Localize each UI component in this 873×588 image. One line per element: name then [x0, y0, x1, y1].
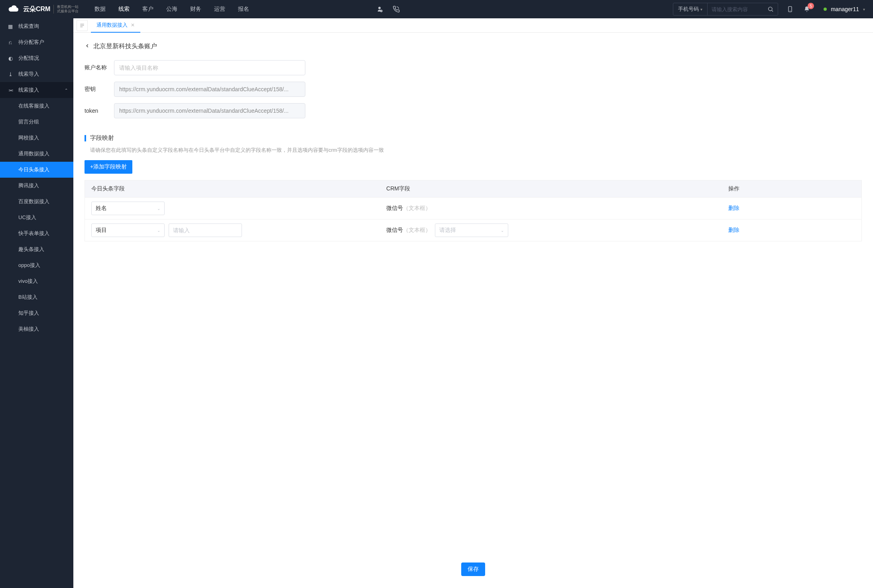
search-input[interactable]: [708, 6, 763, 12]
back-icon[interactable]: [85, 43, 90, 50]
nav-item[interactable]: 线索: [118, 6, 130, 13]
sidebar-item-label: 线索接入: [18, 86, 39, 94]
sidebar-item[interactable]: 美柚接入: [0, 321, 73, 337]
svg-rect-3: [788, 6, 792, 12]
logo[interactable]: 云朵CRM 教育机构一站式服务云平台: [8, 4, 79, 14]
sidebar-item[interactable]: vivo接入: [0, 273, 73, 289]
field-mapping-table: 今日头条字段 CRM字段 操作 姓名⌄微信号（文本框）删除项目⌄微信号（文本框）…: [85, 180, 862, 241]
toutiao-field-select[interactable]: 姓名⌄: [91, 202, 165, 215]
key-label: 密钥: [85, 86, 114, 93]
search-type-select[interactable]: 手机号码▾: [673, 3, 708, 15]
table-header-op: 操作: [722, 180, 862, 198]
sidebar-item[interactable]: 腾讯接入: [0, 178, 73, 194]
sidebar-item-label: oppo接入: [18, 262, 40, 269]
section-accent: [85, 135, 86, 141]
search-button[interactable]: [763, 3, 778, 15]
chevron-down-icon: ⌄: [157, 206, 160, 211]
account-name-input[interactable]: [114, 60, 305, 75]
toutiao-field-select[interactable]: 项目⌄: [91, 223, 165, 237]
sidebar-item-label: 分配情况: [18, 55, 39, 62]
table-header-crm: CRM字段: [380, 180, 722, 198]
add-field-mapping-button[interactable]: +添加字段映射: [85, 160, 132, 174]
sidebar-item[interactable]: ⫘线索接入⌃: [0, 82, 73, 98]
sidebar-item[interactable]: UC接入: [0, 210, 73, 225]
sidebar-item-label: vivo接入: [18, 278, 38, 285]
delete-link[interactable]: 删除: [728, 205, 739, 211]
sidebar-item-label: 线索查询: [18, 23, 39, 30]
sidebar-item-label: B站接入: [18, 294, 37, 301]
nav-item[interactable]: 财务: [190, 6, 201, 13]
sidebar-item[interactable]: oppo接入: [0, 257, 73, 273]
notification-badge: 5: [808, 3, 814, 9]
sidebar-item[interactable]: 今日头条接入: [0, 162, 73, 178]
delete-link[interactable]: 删除: [728, 227, 739, 233]
sidebar-item[interactable]: ⎌待分配客户: [0, 34, 73, 50]
sidebar-icon: ⫘: [7, 87, 14, 93]
table-header-toutiao: 今日头条字段: [85, 180, 380, 198]
sidebar-item[interactable]: ▦线索查询: [0, 18, 73, 34]
save-button[interactable]: 保存: [461, 563, 485, 576]
token-input[interactable]: [114, 103, 305, 118]
user-menu[interactable]: manager11 ▾: [824, 6, 865, 12]
sidebar-item[interactable]: 知乎接入: [0, 305, 73, 321]
nav-item[interactable]: 客户: [142, 6, 153, 13]
nav-item[interactable]: 公海: [166, 6, 177, 13]
nav-item[interactable]: 数据: [94, 6, 106, 13]
sidebar-item-label: 腾讯接入: [18, 182, 39, 189]
sidebar-item-label: 线索导入: [18, 71, 39, 78]
sidebar: ▦线索查询⎌待分配客户◐分配情况⤓线索导入⫘线索接入⌃在线客服接入留言分组网校接…: [0, 18, 73, 588]
mobile-icon[interactable]: [786, 5, 794, 13]
sidebar-item[interactable]: 留言分组: [0, 114, 73, 130]
header: 云朵CRM 教育机构一站式服务云平台 数据线索客户公海财务运营报名 手机号码▾ …: [0, 0, 873, 18]
sidebar-item-label: 趣头条接入: [18, 246, 44, 253]
logo-subtitle: 教育机构一站式服务云平台: [53, 5, 79, 14]
sidebar-item[interactable]: 趣头条接入: [0, 241, 73, 257]
bell-icon[interactable]: 5: [803, 5, 811, 13]
tab-general-data[interactable]: 通用数据接入 ✕: [91, 18, 140, 33]
section-title: 字段映射: [90, 134, 114, 142]
sidebar-item-label: 在线客服接入: [18, 102, 49, 110]
sidebar-item-label: 美柚接入: [18, 325, 39, 333]
chevron-down-icon: ▾: [863, 7, 865, 12]
sidebar-item[interactable]: ◐分配情况: [0, 50, 73, 66]
token-label: token: [85, 108, 114, 114]
sidebar-item[interactable]: 网校接入: [0, 130, 73, 146]
sidebar-item[interactable]: B站接入: [0, 289, 73, 305]
sidebar-item[interactable]: 在线客服接入: [0, 98, 73, 114]
search-group: 手机号码▾: [673, 3, 778, 16]
sidebar-collapse-button[interactable]: [77, 20, 88, 31]
cloud-logo-icon: [8, 4, 20, 14]
crm-option-select[interactable]: 请选择⌄: [435, 223, 508, 237]
svg-point-2: [769, 7, 772, 11]
key-input[interactable]: [114, 82, 305, 97]
sidebar-icon: ⤓: [7, 71, 14, 77]
tab-bar: 通用数据接入 ✕: [73, 18, 873, 33]
nav-item[interactable]: 运营: [214, 6, 225, 13]
sidebar-item[interactable]: 百度数据接入: [0, 194, 73, 210]
toutiao-extra-input[interactable]: [169, 223, 242, 237]
chevron-down-icon: ⌄: [501, 228, 504, 233]
sidebar-item-label: 快手表单接入: [18, 230, 49, 237]
sidebar-item[interactable]: 快手表单接入: [0, 225, 73, 241]
close-icon[interactable]: ✕: [131, 22, 135, 28]
sidebar-item[interactable]: ⤓线索导入: [0, 66, 73, 82]
nav-item[interactable]: 报名: [238, 6, 249, 13]
sidebar-item-label: 今日头条接入: [18, 166, 49, 173]
chevron-down-icon: ▾: [700, 7, 702, 12]
tab-label: 通用数据接入: [96, 22, 128, 29]
chevron-up-icon: ⌃: [65, 88, 68, 92]
table-row: 姓名⌄微信号（文本框）删除: [85, 198, 862, 220]
sidebar-item[interactable]: 通用数据接入: [0, 146, 73, 162]
crm-field-label: 微信号（文本框）: [386, 227, 431, 234]
account-label: 账户名称: [85, 64, 114, 71]
sidebar-item-label: 百度数据接入: [18, 198, 49, 205]
sidebar-item-label: 通用数据接入: [18, 150, 49, 157]
footer: 保存: [85, 555, 862, 578]
content: 北京昱新科技头条账户 账户名称 密钥 token 字段映射 请确保您在此填写的头…: [73, 33, 873, 588]
main: 通用数据接入 ✕ 北京昱新科技头条账户 账户名称 密钥 token: [73, 18, 873, 588]
svg-point-0: [378, 7, 381, 9]
phone-icon[interactable]: [392, 5, 400, 13]
sidebar-icon: ⎌: [7, 39, 14, 45]
user-icon[interactable]: [376, 5, 383, 13]
section-hint: 请确保您在此填写的头条自定义字段名称与在今日头条平台中自定义的字段名称一致，并且…: [85, 147, 862, 154]
